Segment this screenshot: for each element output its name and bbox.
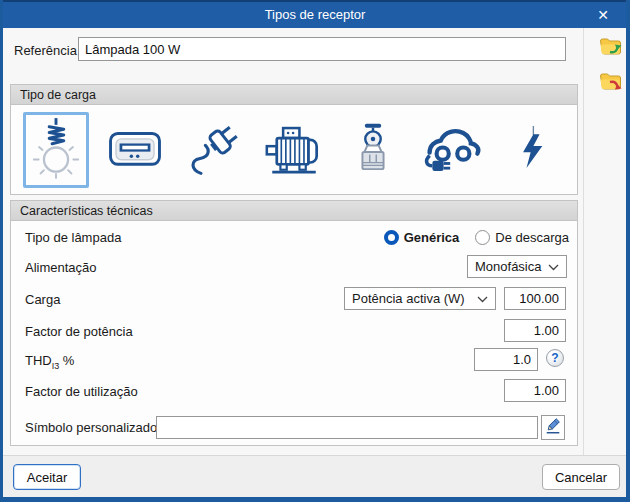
utilization-factor-label: Factor de utilização [25,383,138,401]
lamp-icon [29,117,83,182]
load-type-group: Tipo de carga [10,84,578,195]
load-quantity-select[interactable]: Potência activa (W) [344,287,496,310]
load-quantity-value: Potência activa (W) [352,291,465,306]
plug-icon [187,117,243,182]
thd-input[interactable] [474,348,538,371]
radio-unchecked-icon [475,230,490,245]
supply-select[interactable]: Monofásica [467,255,567,278]
toolbar-separator [583,28,584,455]
load-type-lift[interactable] [340,112,406,188]
power-factor-input[interactable] [504,319,566,342]
supply-label: Alimentação [25,259,97,277]
load-type-ev-charger[interactable] [420,112,486,188]
custom-symbol-label: Símbolo personalizado [25,419,157,437]
utilization-factor-input[interactable] [504,379,566,402]
motor-icon [265,117,323,182]
load-type-motor[interactable] [261,112,327,188]
thd-label: THDI3 % [25,352,74,370]
load-type-group-title: Tipo de carga [11,85,577,105]
chevron-down-icon [477,291,488,306]
lamp-type-label: Tipo de lâmpada [25,229,121,247]
ev-charger-icon [423,118,483,181]
titlebar: Tipos de receptor ✕ [0,0,630,28]
reference-label: Referência [14,41,77,61]
dialog-title: Tipos de receptor [0,2,630,28]
dialog-tipos-de-receptor: Tipos de receptor ✕ Referência [0,0,630,502]
technical-group-title: Características técnicas [11,201,577,221]
hvac-unit-icon [106,117,164,182]
radio-checked-icon [384,230,399,245]
lamp-type-radios: Genérica De descarga [384,227,569,247]
folder-green-arrow-icon [599,45,622,60]
load-type-lamp[interactable] [23,112,89,188]
export-folder-button[interactable] [597,71,623,95]
pencil-icon [544,417,562,438]
cancel-button[interactable]: Cancelar [542,464,620,490]
load-label: Carga [25,291,60,309]
radio-generica[interactable]: Genérica [384,230,460,245]
chevron-down-icon [548,259,559,274]
load-type-hvac[interactable] [102,112,168,188]
accept-button[interactable]: Aceitar [13,464,81,490]
dialog-body: Referência [3,28,626,455]
supply-select-value: Monofásica [475,259,541,274]
help-icon[interactable]: ? [546,349,564,367]
custom-symbol-input[interactable] [156,416,538,439]
load-type-tiles [11,105,577,194]
reference-input[interactable] [78,37,566,61]
load-value-input[interactable] [504,287,566,310]
folder-red-arrow-icon [599,80,622,95]
import-folder-button[interactable] [597,36,623,60]
footer-bar: Aceitar Cancelar [3,455,626,497]
edit-symbol-button[interactable] [541,415,565,440]
close-icon[interactable]: ✕ [590,2,616,28]
lightning-bolt-icon [510,117,554,182]
radio-de-descarga[interactable]: De descarga [475,230,569,245]
radio-generica-label: Genérica [404,230,460,245]
load-type-plug[interactable] [182,112,248,188]
technical-group: Características técnicas Tipo de lâmpada… [10,200,578,446]
lift-icon [347,117,399,182]
power-factor-label: Factor de potência [25,323,133,341]
load-type-generic[interactable] [499,112,565,188]
radio-de-descarga-label: De descarga [495,230,569,245]
